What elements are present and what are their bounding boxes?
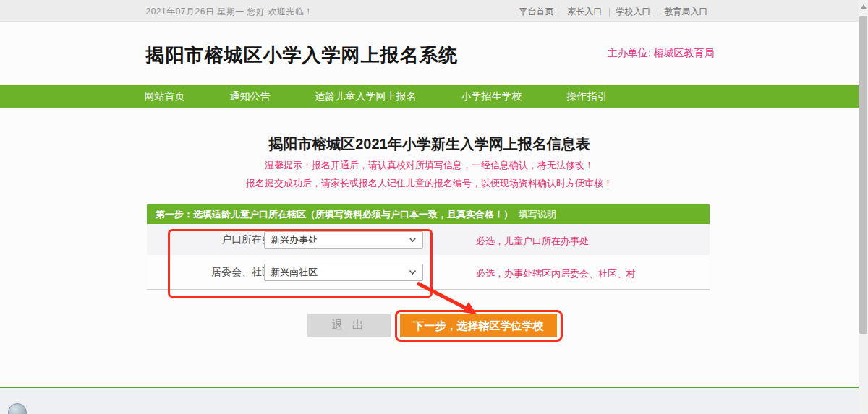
link-school-entry[interactable]: 学校入口: [610, 6, 658, 18]
chevron-down-icon: [409, 269, 417, 275]
site-title: 揭阳市榕城区小学入学网上报名系统: [146, 43, 459, 68]
subdistrict-selected-value: 新兴办事处: [271, 233, 318, 246]
nav-item-operation-guide[interactable]: 操作指引: [567, 90, 608, 103]
subdistrict-select[interactable]: 新兴办事处: [264, 231, 423, 249]
community-select[interactable]: 新兴南社区: [264, 264, 423, 281]
scrollbar-thumb[interactable]: [859, 16, 867, 334]
nav-item-notices[interactable]: 通知公告: [230, 90, 271, 103]
step-header: 第一步：选填适龄儿童户口所在辖区（所填写资料必须与户口本一致，且真实合格！） 填…: [147, 204, 710, 224]
page: 2021年07月26日 星期一 您好 欢迎光临！ 平台首页 家长入口 学校入口 …: [0, 0, 868, 414]
link-parent-entry[interactable]: 家长入口: [561, 6, 609, 18]
notice-line-2: 报名提交成功后，请家长或报名人记住儿童的报名编号，以便现场资料确认时方便审核！: [0, 177, 859, 190]
nav-item-online-registration[interactable]: 适龄儿童入学网上报名: [315, 90, 417, 103]
scrollbar[interactable]: [859, 0, 868, 414]
page-title: 揭阳市榕城区2021年小学新生入学网上报名信息表: [0, 134, 859, 154]
nav-item-enrollment-schools[interactable]: 小学招生学校: [461, 90, 522, 103]
form-row-community: 居委会、社区、村： 新兴南社区 必选，办事处辖区内居委会、社区、村: [147, 255, 710, 290]
header: 揭阳市榕城区小学入学网上报名系统 主办单位: 榕城区教育局: [0, 22, 859, 85]
date-text: 2021年07月26日 星期一 您好 欢迎光临！: [146, 6, 313, 18]
step-title: 第一步：选填适龄儿童户口所在辖区（所填写资料必须与户口本一致，且真实合格！）: [156, 208, 513, 221]
nav-item-home[interactable]: 网站首页: [145, 90, 185, 103]
exit-button[interactable]: 退 出: [307, 314, 391, 337]
notice-line-1: 温馨提示：报名开通后，请认真校对所填写信息，一经信息确认，将无法修改！: [0, 159, 859, 172]
form-area: 户口所在办事处： 新兴办事处 必选，儿童户口所在办事处 居委会、社区、村： 新兴…: [147, 224, 710, 296]
link-platform-home[interactable]: 平台首页: [513, 6, 561, 18]
scroll-up-arrow-icon[interactable]: [861, 4, 867, 9]
chevron-down-icon: [409, 237, 417, 243]
footer: [0, 388, 859, 414]
community-selected-value: 新兴南社区: [271, 266, 318, 279]
subdistrict-hint: 必选，儿童户口所在办事处: [476, 235, 589, 248]
community-hint: 必选，办事处辖区内居委会、社区、村: [476, 267, 636, 280]
organizer-text: 主办单位: 榕城区教育局: [608, 47, 715, 60]
link-education-bureau-entry[interactable]: 教育局入口: [658, 6, 715, 18]
form-row-subdistrict: 户口所在办事处： 新兴办事处 必选，儿童户口所在办事处: [147, 224, 710, 255]
top-bar: 2021年07月26日 星期一 您好 欢迎光临！ 平台首页 家长入口 学校入口 …: [0, 0, 859, 22]
next-step-button[interactable]: 下一步，选择辖区学位学校: [400, 314, 557, 337]
topbar-links: 平台首页 家长入口 学校入口 教育局入口: [513, 6, 715, 18]
main-content: 揭阳市榕城区2021年小学新生入学网上报名信息表 温馨提示：报名开通后，请认真校…: [0, 108, 859, 387]
main-nav: 网站首页 通知公告 适龄儿童入学网上报名 小学招生学校 操作指引: [0, 85, 859, 108]
filling-instructions-link[interactable]: 填写说明: [519, 208, 556, 221]
